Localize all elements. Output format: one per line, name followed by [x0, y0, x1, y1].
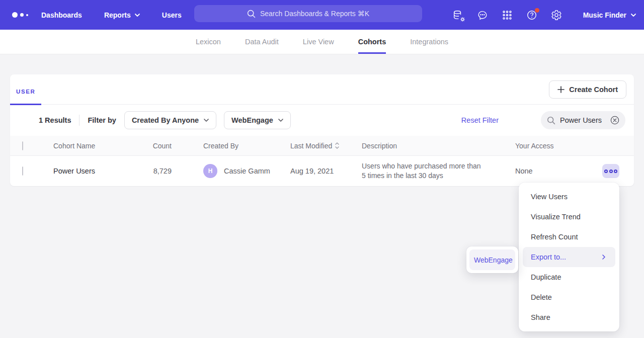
created-by-dropdown-value: Created By Anyone [132, 116, 199, 124]
col-last-modified-label: Last Modified [290, 142, 332, 150]
integration-dropdown[interactable]: WebEngage [224, 111, 291, 129]
created-by-cell: H Cassie Gamm [203, 164, 290, 178]
filter-bar: 1 Results Filter by Created By Anyone We… [10, 105, 634, 136]
tab-integrations[interactable]: Integrations [410, 30, 448, 54]
menu-item-view-users[interactable]: View Users [523, 187, 615, 207]
logo-dot-small [26, 14, 28, 16]
table-header-row: Cohort Name Count Created By Last Modifi… [10, 136, 634, 156]
avatar: H [203, 164, 217, 178]
menu-item-visualize-trend[interactable]: Visualize Trend [523, 207, 615, 227]
create-cohort-button[interactable]: Create Cohort [549, 80, 626, 99]
menu-item-share[interactable]: Share [523, 307, 615, 327]
chevron-down-icon [278, 119, 283, 122]
reset-filter-link[interactable]: Reset Filter [461, 116, 499, 124]
project-switcher[interactable]: Music Finder [583, 11, 636, 19]
row-checkbox[interactable] [22, 166, 23, 176]
chevron-down-icon [631, 14, 636, 17]
apps-grid-icon[interactable] [501, 9, 513, 21]
logo-dot-large [12, 12, 18, 18]
tab-data-audit[interactable]: Data Audit [245, 30, 279, 54]
cohorts-card: USER Create Cohort 1 Results Filter by C… [10, 74, 634, 186]
cohort-name-cell[interactable]: Power Users [53, 167, 131, 175]
ellipsis-ring [614, 170, 617, 173]
search-icon [247, 10, 256, 18]
logo-dot-medium [20, 13, 24, 17]
row-more-actions-button[interactable] [602, 164, 619, 178]
chevron-down-icon [135, 14, 140, 17]
col-your-access[interactable]: Your Access [515, 142, 634, 150]
search-icon [547, 116, 555, 125]
ellipsis-ring [604, 170, 608, 173]
menu-item-refresh-count[interactable]: Refresh Count [523, 227, 615, 247]
row-actions-menu: View Users Visualize Trend Refresh Count… [519, 183, 619, 331]
global-search-input[interactable]: Search Dashboards & Reports ⌘K [194, 5, 422, 22]
cohort-search-value: Power Users [560, 116, 606, 124]
description-cell: Users who have purchased more than 5 tim… [362, 161, 515, 181]
global-search-placeholder: Search Dashboards & Reports ⌘K [260, 10, 369, 18]
tab-live-view[interactable]: Live View [303, 30, 334, 54]
app-viewport: Dashboards Reports Users Search Dashboar… [0, 0, 644, 338]
nav-users[interactable]: Users [162, 6, 182, 24]
filter-by-label: Filter by [88, 116, 116, 124]
menu-item-export-to-label: Export to... [531, 253, 566, 261]
menu-item-duplicate[interactable]: Duplicate [523, 267, 615, 287]
chevron-down-icon [204, 119, 209, 122]
count-cell: 8,729 [131, 167, 172, 175]
integration-dropdown-value: WebEngage [231, 116, 273, 124]
create-cohort-label: Create Cohort [569, 86, 618, 94]
table-body: Power Users 8,729 H Cassie Gamm Aug 19, … [10, 156, 634, 186]
menu-item-delete[interactable]: Delete [523, 287, 615, 307]
col-description[interactable]: Description [362, 142, 515, 150]
data-management-icon[interactable] [452, 9, 464, 21]
mixpanel-logo[interactable] [12, 12, 32, 18]
created-by-name: Cassie Gamm [224, 167, 270, 175]
created-by-dropdown[interactable]: Created By Anyone [124, 111, 216, 129]
notification-badge [535, 8, 539, 13]
nav-dashboards[interactable]: Dashboards [41, 6, 82, 24]
export-submenu: WebEngage [466, 246, 518, 273]
top-navbar: Dashboards Reports Users Search Dashboar… [0, 0, 644, 30]
tab-lexicon[interactable]: Lexicon [196, 30, 221, 54]
last-modified-cell: Aug 19, 2021 [290, 167, 362, 175]
col-count[interactable]: Count [131, 142, 172, 150]
ellipsis-ring [609, 170, 613, 173]
tab-cohorts[interactable]: Cohorts [358, 30, 386, 54]
results-count: 1 Results [39, 116, 71, 124]
nav-reports[interactable]: Reports [104, 6, 140, 24]
plus-icon [557, 86, 565, 93]
cohort-search-input[interactable]: Power Users [541, 111, 625, 129]
tab-user[interactable]: USER [10, 89, 41, 105]
menu-item-export-to[interactable]: Export to... [523, 247, 615, 267]
project-name: Music Finder [583, 11, 626, 19]
col-created-by[interactable]: Created By [203, 142, 290, 150]
topnav-right-cluster: Music Finder [452, 0, 636, 30]
help-icon[interactable] [526, 9, 538, 21]
divider [79, 115, 79, 126]
mini-gear-icon [459, 16, 466, 23]
col-last-modified[interactable]: Last Modified [290, 142, 362, 150]
secondary-nav: Lexicon Data Audit Live View Cohorts Int… [0, 30, 644, 54]
primary-nav: Dashboards Reports Users [41, 6, 204, 24]
select-all-checkbox[interactable] [22, 141, 23, 150]
settings-gear-icon[interactable] [550, 9, 562, 21]
clear-search-icon[interactable] [610, 116, 619, 125]
col-cohort-name[interactable]: Cohort Name [53, 142, 131, 150]
submenu-arrow-icon [602, 255, 605, 260]
messages-icon[interactable] [476, 9, 489, 21]
nav-reports-label: Reports [104, 11, 131, 19]
sort-icon [335, 142, 339, 149]
table-row[interactable]: Power Users 8,729 H Cassie Gamm Aug 19, … [10, 156, 634, 186]
card-header: USER Create Cohort [10, 74, 634, 105]
submenu-item-webengage[interactable]: WebEngage [469, 249, 515, 270]
